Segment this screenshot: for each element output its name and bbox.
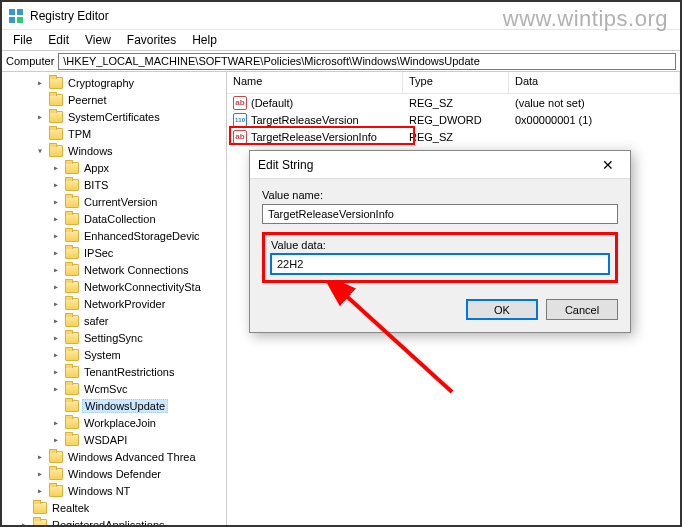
expand-icon[interactable] xyxy=(34,111,46,122)
close-icon[interactable]: ✕ xyxy=(594,157,622,173)
svg-rect-0 xyxy=(9,9,15,15)
folder-icon xyxy=(65,230,79,242)
expand-icon[interactable] xyxy=(50,264,62,275)
tree-node[interactable]: Windows Advanced Threa xyxy=(2,448,226,465)
expand-icon[interactable] xyxy=(50,366,62,377)
tree-node[interactable]: BITS xyxy=(2,176,226,193)
tree-label: Realtek xyxy=(50,502,91,514)
dialog-title: Edit String xyxy=(258,158,594,172)
menu-file[interactable]: File xyxy=(6,31,39,49)
tree-node[interactable]: Realtek xyxy=(2,499,226,516)
ok-button[interactable]: OK xyxy=(466,299,538,320)
expand-icon[interactable] xyxy=(50,332,62,343)
menu-favorites[interactable]: Favorites xyxy=(120,31,183,49)
tree-label: IPSec xyxy=(82,247,115,259)
expand-icon[interactable] xyxy=(34,145,46,156)
value-data-field[interactable] xyxy=(271,254,609,274)
tree-node[interactable]: EnhancedStorageDevic xyxy=(2,227,226,244)
expand-icon[interactable] xyxy=(34,485,46,496)
expand-icon[interactable] xyxy=(50,298,62,309)
expand-icon[interactable] xyxy=(50,417,62,428)
tree-label: safer xyxy=(82,315,110,327)
tree-label: WcmSvc xyxy=(82,383,129,395)
value-name: (Default) xyxy=(251,97,293,109)
col-type[interactable]: Type xyxy=(403,72,509,93)
expand-icon[interactable] xyxy=(50,247,62,258)
cancel-button[interactable]: Cancel xyxy=(546,299,618,320)
tree-node[interactable]: safer xyxy=(2,312,226,329)
edit-string-dialog: Edit String ✕ Value name: Value data: OK… xyxy=(249,150,631,333)
tree-node[interactable]: CurrentVersion xyxy=(2,193,226,210)
tree-node[interactable]: DataCollection xyxy=(2,210,226,227)
expand-icon[interactable] xyxy=(50,230,62,241)
folder-icon xyxy=(65,400,79,412)
tree-node[interactable]: SettingSync xyxy=(2,329,226,346)
expand-icon[interactable] xyxy=(50,179,62,190)
tree-label: WorkplaceJoin xyxy=(82,417,158,429)
svg-rect-2 xyxy=(9,17,15,23)
folder-icon xyxy=(33,502,47,514)
menubar: File Edit View Favorites Help xyxy=(2,30,680,50)
tree-node[interactable]: RegisteredApplications xyxy=(2,516,226,525)
tree-node[interactable]: TPM xyxy=(2,125,226,142)
tree-node[interactable]: WindowsUpdate xyxy=(2,397,226,414)
value-data-highlight: Value data: xyxy=(262,232,618,283)
folder-icon xyxy=(33,519,47,526)
col-name[interactable]: Name xyxy=(227,72,403,93)
expand-icon[interactable] xyxy=(50,162,62,173)
tree-pane[interactable]: CryptographyPeernetSystemCertificatesTPM… xyxy=(2,72,227,525)
expand-icon[interactable] xyxy=(50,281,62,292)
tree-label: TPM xyxy=(66,128,93,140)
tree-label: Windows NT xyxy=(66,485,132,497)
tree-node[interactable]: WSDAPI xyxy=(2,431,226,448)
tree-label: SettingSync xyxy=(82,332,145,344)
tree-node[interactable]: NetworkProvider xyxy=(2,295,226,312)
tree-node[interactable]: Windows Defender xyxy=(2,465,226,482)
value-type: REG_SZ xyxy=(403,131,509,143)
tree-node[interactable]: TenantRestrictions xyxy=(2,363,226,380)
expand-icon[interactable] xyxy=(50,213,62,224)
folder-icon xyxy=(65,417,79,429)
col-data[interactable]: Data xyxy=(509,72,680,93)
tree-node[interactable]: SystemCertificates xyxy=(2,108,226,125)
tree-node[interactable]: WorkplaceJoin xyxy=(2,414,226,431)
tree-node[interactable]: Network Connections xyxy=(2,261,226,278)
expand-icon[interactable] xyxy=(34,77,46,88)
expand-icon[interactable] xyxy=(50,315,62,326)
expand-icon[interactable] xyxy=(50,383,62,394)
folder-icon xyxy=(65,162,79,174)
folder-icon xyxy=(49,94,63,106)
folder-icon xyxy=(65,247,79,259)
tree-node[interactable]: Windows xyxy=(2,142,226,159)
address-path[interactable]: \HKEY_LOCAL_MACHINE\SOFTWARE\Policies\Mi… xyxy=(58,53,676,70)
dword-value-icon: 110 xyxy=(233,113,247,127)
menu-edit[interactable]: Edit xyxy=(41,31,76,49)
folder-icon xyxy=(65,366,79,378)
expand-icon[interactable] xyxy=(50,349,62,360)
expand-icon[interactable] xyxy=(34,468,46,479)
list-row[interactable]: ab(Default)REG_SZ(value not set) xyxy=(227,94,680,111)
expand-icon[interactable] xyxy=(18,519,30,525)
tree-node[interactable]: NetworkConnectivitySta xyxy=(2,278,226,295)
expand-icon[interactable] xyxy=(50,434,62,445)
tree-node[interactable]: Windows NT xyxy=(2,482,226,499)
expand-icon[interactable] xyxy=(34,451,46,462)
folder-icon xyxy=(49,468,63,480)
tree-node[interactable]: Cryptography xyxy=(2,74,226,91)
string-value-icon: ab xyxy=(233,130,247,144)
tree-node[interactable]: Peernet xyxy=(2,91,226,108)
list-row[interactable]: 110TargetReleaseVersionREG_DWORD0x000000… xyxy=(227,111,680,128)
list-row[interactable]: abTargetReleaseVersionInfoREG_SZ xyxy=(227,128,680,145)
tree-node[interactable]: WcmSvc xyxy=(2,380,226,397)
tree-node[interactable]: System xyxy=(2,346,226,363)
tree-node[interactable]: Appx xyxy=(2,159,226,176)
folder-icon xyxy=(65,213,79,225)
folder-icon xyxy=(65,196,79,208)
tree-node[interactable]: IPSec xyxy=(2,244,226,261)
expand-icon[interactable] xyxy=(50,196,62,207)
menu-help[interactable]: Help xyxy=(185,31,224,49)
tree-label: Cryptography xyxy=(66,77,136,89)
menu-view[interactable]: View xyxy=(78,31,118,49)
folder-icon xyxy=(65,434,79,446)
value-type: REG_SZ xyxy=(403,97,509,109)
